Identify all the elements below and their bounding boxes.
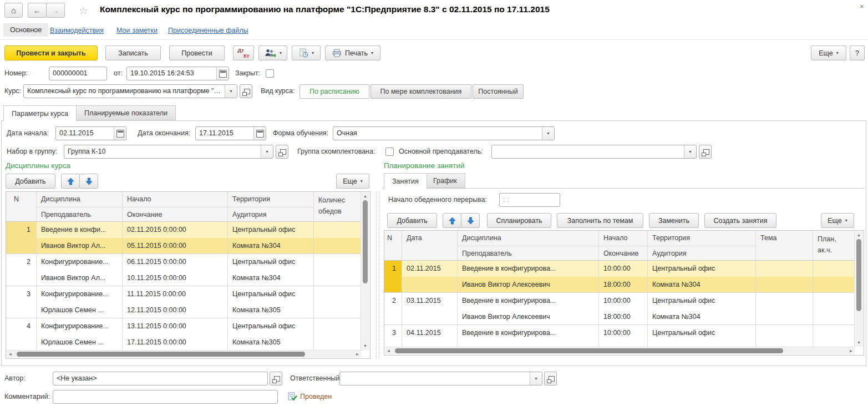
scroll-thumb[interactable] <box>395 348 783 353</box>
disciplines-move-down-button[interactable] <box>79 174 98 189</box>
document-date-field[interactable]: 19.10.2015 16:24:53 <box>126 67 229 80</box>
number-field[interactable]: 000000001 <box>49 67 107 80</box>
open-icon <box>244 89 250 94</box>
scroll-left-icon[interactable]: ◄ <box>8 351 12 358</box>
disciplines-add-button[interactable]: Добавить <box>6 174 55 189</box>
disciplines-vertical-scrollbar[interactable]: ▲ ▼ <box>361 192 369 350</box>
date-end-field[interactable]: 17.11.2015 <box>195 126 266 140</box>
discipline-row-3[interactable]: 3 Конфигурирование...Юрлашов Семен ... 1… <box>6 286 362 318</box>
responsible-field[interactable]: ▾ <box>339 372 542 385</box>
scroll-down-icon[interactable]: ▼ <box>361 343 369 349</box>
discipline-row-2[interactable]: 2 Конфигурирование...Иванов Виктор Ал...… <box>6 254 362 286</box>
responsible-open-button[interactable] <box>544 372 557 385</box>
scroll-thumb[interactable] <box>363 200 368 283</box>
lessons-table: N Дата ДисциплинаПреподаватель НачалоОко… <box>384 230 864 356</box>
main-teacher-field[interactable]: ▾ <box>491 145 697 159</box>
date-start-field[interactable]: 02.11.2015 <box>55 126 126 140</box>
comment-field[interactable] <box>53 390 278 404</box>
tab-lessons[interactable]: Занятия <box>384 173 427 189</box>
scroll-thumb[interactable] <box>17 352 305 357</box>
lunch-break-time-field[interactable]: : : <box>499 193 560 207</box>
participants-button[interactable]: ▾ <box>258 45 287 60</box>
education-form-select[interactable]: Очная ▾ <box>333 126 555 140</box>
close-icon[interactable]: × <box>860 2 864 11</box>
course-open-button[interactable] <box>240 84 252 98</box>
fill-by-themes-button[interactable]: Заполнить по темам <box>557 213 643 228</box>
post-and-close-button[interactable]: Провести и закрыть <box>4 45 98 60</box>
disciplines-horizontal-scrollbar[interactable]: ◄ ► <box>7 350 361 358</box>
lessons-horizontal-scrollbar[interactable]: ◄ ► <box>385 347 855 354</box>
chevron-down-icon: ▾ <box>266 150 268 154</box>
course-dropdown-button[interactable]: ▾ <box>225 85 237 98</box>
course-kind-on-staffing[interactable]: По мере комплектования <box>370 84 471 99</box>
education-form-label: Форма обучения: <box>273 126 328 140</box>
author-field[interactable]: <Не указан> <box>53 372 268 385</box>
scroll-down-icon[interactable]: ▼ <box>855 339 863 346</box>
scroll-right-icon[interactable]: ► <box>356 351 359 358</box>
dt-kt-movements-button[interactable]: ДтКт <box>233 45 254 60</box>
1c-document-window: ⌂ ← → ☆ Комплексный курс по программиров… <box>0 0 868 406</box>
course-kind-permanent[interactable]: Постоянный <box>473 84 524 99</box>
disciplines-more-button[interactable]: Еще▾ <box>336 174 369 189</box>
group-complete-checkbox[interactable] <box>385 148 394 156</box>
nav-link-attached-files[interactable]: Присоединенные файлы <box>168 23 248 38</box>
discipline-row-1[interactable]: 1 Введение в конфи...Иванов Виктор Ал...… <box>6 222 362 254</box>
education-form-dropdown-button[interactable]: ▾ <box>542 127 554 140</box>
post-button[interactable]: Провести <box>169 45 225 60</box>
scroll-up-icon[interactable]: ▲ <box>361 193 369 200</box>
calendar-button[interactable] <box>253 127 266 140</box>
back-button[interactable]: ← <box>28 3 47 18</box>
create-lessons-button[interactable]: Создать занятия <box>704 213 776 228</box>
discipline-row-4[interactable]: 4 Конфигурирование...Юрлашов Семен ... 1… <box>6 318 362 351</box>
number-label: Номер: <box>4 67 28 80</box>
group-dropdown-button[interactable]: ▾ <box>261 145 273 158</box>
nav-link-interactions[interactable]: Взаимодействия <box>50 23 104 38</box>
lesson-row-2[interactable]: 2 03.11.2015 Введение в конфигурирова...… <box>384 293 855 325</box>
lesson-row-1[interactable]: 1 02.11.2015 Введение в конфигурирова...… <box>384 261 855 293</box>
tab-planned-indicators[interactable]: Планируемые показатели <box>76 105 176 120</box>
help-button[interactable]: ? <box>850 45 865 60</box>
scroll-up-icon[interactable]: ▲ <box>855 232 863 238</box>
forward-icon: → <box>52 6 59 15</box>
replace-button[interactable]: Заменить <box>649 213 699 228</box>
disciplines-move-up-button[interactable] <box>61 174 80 189</box>
favorite-star-icon[interactable]: ☆ <box>79 4 88 17</box>
main-teacher-open-button[interactable] <box>699 145 712 159</box>
scroll-right-icon[interactable]: ► <box>849 347 853 354</box>
responsible-dropdown-button[interactable]: ▾ <box>530 372 542 385</box>
nav-item-main[interactable]: Основное <box>3 23 48 37</box>
scroll-thumb[interactable] <box>856 239 861 311</box>
print-button[interactable]: Печать ▾ <box>325 45 380 60</box>
move-down-icon <box>85 177 93 185</box>
panel-splitter[interactable] <box>376 191 379 359</box>
nav-link-notes[interactable]: Мои заметки <box>116 23 158 38</box>
lessons-add-button[interactable]: Добавить <box>387 213 437 228</box>
calendar-button[interactable] <box>216 67 229 80</box>
forward-button[interactable]: → <box>46 3 65 18</box>
main-teacher-dropdown-button[interactable]: ▾ <box>684 145 696 158</box>
group-field[interactable]: Группа К-10 ▾ <box>64 145 273 159</box>
chevron-down-icon: ▾ <box>535 377 537 381</box>
author-open-button[interactable] <box>270 372 282 385</box>
open-icon <box>549 376 555 382</box>
lessons-vertical-scrollbar[interactable]: ▲ ▼ <box>854 231 863 347</box>
tab-schedule[interactable]: График <box>425 173 465 188</box>
home-button[interactable]: ⌂ <box>4 3 23 18</box>
scroll-left-icon[interactable]: ◄ <box>387 347 390 354</box>
toolbar-more-button[interactable]: Еще▾ <box>811 45 846 60</box>
lesson-row-3[interactable]: 3 04.11.2015 Введение в конфигурирова...… <box>384 325 855 347</box>
lessons-more-button[interactable]: Еще▾ <box>821 213 854 228</box>
tab-course-params[interactable]: Параметры курса <box>3 105 77 121</box>
course-field[interactable]: Комплексный курс по программированию на … <box>23 84 237 98</box>
plan-button[interactable]: Спланировать <box>487 213 551 228</box>
closed-checkbox[interactable] <box>266 69 274 78</box>
save-button[interactable]: Записать <box>105 45 161 60</box>
calendar-button[interactable] <box>114 127 126 140</box>
report-button[interactable]: ▾ <box>292 45 321 60</box>
group-open-button[interactable] <box>276 145 288 159</box>
lessons-move-down-button[interactable] <box>461 213 480 228</box>
posted-status-icon <box>288 392 297 401</box>
chevron-down-icon: ▾ <box>230 89 232 94</box>
lessons-move-up-button[interactable] <box>443 213 461 228</box>
course-kind-by-schedule[interactable]: По расписанию <box>300 84 369 99</box>
